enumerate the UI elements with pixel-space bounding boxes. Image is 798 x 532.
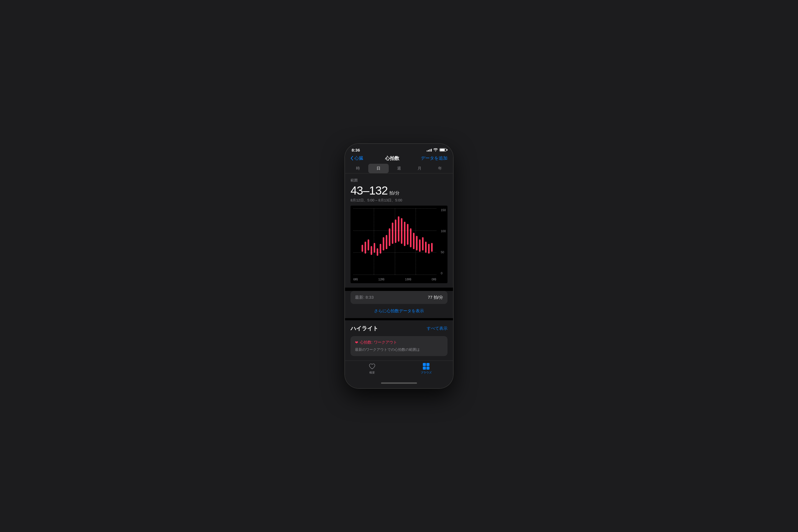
chart-y-labels: 150 100 50 0: [441, 208, 446, 275]
highlights-section: ハイライト すべて表示 ❤ 心拍数: ワークアウト 最新のワークアウトでの心拍数…: [345, 320, 453, 360]
heart-rate-chart: 150 100 50 0 6時 12時 18時 0時: [350, 206, 448, 283]
period-tab-bar: 時 日 週 月 年: [345, 164, 453, 173]
highlight-card-desc: 最新のワークアウトでの心拍数の範囲は: [355, 347, 443, 352]
x-label-6: 6時: [353, 277, 358, 282]
svg-rect-11: [392, 223, 394, 244]
section-divider: [345, 318, 453, 320]
tab-month[interactable]: 月: [409, 164, 430, 173]
range-label: 範囲: [350, 178, 448, 183]
svg-rect-20: [419, 240, 421, 252]
back-button[interactable]: 心臓: [350, 155, 363, 161]
heart-outline-icon: [369, 363, 376, 369]
nav-bar: 心臓 心拍数 データを追加: [345, 152, 453, 164]
content-area: 範囲 43–132 拍/分 8月12日、5:00 – 8月13日、5:00: [345, 173, 453, 288]
svg-rect-9: [386, 235, 387, 249]
date-range: 8月12日、5:00 – 8月13日、5:00: [350, 198, 448, 203]
latest-label: 最新: 8:33: [355, 295, 374, 300]
x-label-0: 0時: [432, 277, 436, 282]
svg-rect-13: [398, 216, 400, 242]
svg-rect-14: [401, 218, 403, 244]
summary-tab-label: 概要: [369, 371, 375, 375]
x-label-18: 18時: [405, 277, 412, 282]
status-bar: 8:36: [345, 144, 453, 152]
tab-hour[interactable]: 時: [348, 164, 368, 173]
svg-rect-18: [413, 233, 415, 249]
x-label-12: 12時: [378, 277, 385, 282]
svg-rect-23: [428, 244, 430, 253]
bottom-tab-browse[interactable]: ブラウズ: [399, 363, 453, 380]
highlights-title: ハイライト: [350, 325, 378, 332]
chart-svg: [353, 208, 436, 275]
svg-rect-12: [395, 220, 397, 243]
y-label-100: 100: [441, 229, 446, 233]
page-title: 心拍数: [385, 155, 399, 162]
phone-frame: 8:36 心臓: [345, 144, 453, 388]
signal-bars-icon: [427, 148, 432, 152]
svg-rect-22: [425, 242, 427, 253]
svg-rect-8: [383, 237, 384, 250]
chart-x-labels: 6時 12時 18時 0時: [353, 277, 436, 282]
tab-day[interactable]: 日: [368, 164, 389, 173]
status-time: 8:36: [352, 148, 360, 152]
svg-rect-6: [377, 248, 378, 256]
see-all-button[interactable]: すべて表示: [427, 326, 448, 331]
heart-rate-value: 43–132 拍/分: [350, 184, 448, 197]
y-label-0: 0: [441, 271, 446, 275]
svg-point-0: [435, 151, 436, 152]
show-more-button[interactable]: さらに心拍数データを表示: [345, 304, 453, 318]
tab-week[interactable]: 週: [389, 164, 409, 173]
latest-reading-card: 最新: 8:33 77 拍/分: [350, 291, 448, 304]
y-label-50: 50: [441, 250, 446, 254]
svg-rect-1: [362, 245, 363, 252]
svg-rect-16: [407, 224, 409, 245]
svg-rect-5: [374, 243, 376, 253]
svg-rect-10: [389, 228, 391, 246]
heart-icon: ❤: [355, 340, 358, 345]
grid-browse-icon: [423, 363, 430, 369]
hr-unit: 拍/分: [389, 190, 399, 196]
tab-year[interactable]: 年: [430, 164, 450, 173]
add-data-button[interactable]: データを追加: [421, 155, 448, 161]
home-indicator: [345, 380, 453, 388]
svg-rect-17: [410, 228, 412, 247]
wifi-icon: [433, 148, 438, 152]
svg-rect-21: [422, 237, 424, 250]
battery-icon: [439, 148, 446, 152]
browse-tab-label: ブラウズ: [421, 371, 432, 375]
status-icons: [427, 148, 446, 152]
show-more-label: さらに心拍数データを表示: [374, 308, 424, 313]
highlights-header: ハイライト すべて表示: [350, 325, 448, 332]
home-bar: [381, 382, 417, 384]
bottom-tab-summary[interactable]: 概要: [345, 363, 399, 380]
latest-value: 77 拍/分: [428, 295, 443, 300]
highlight-card: ❤ 心拍数: ワークアウト 最新のワークアウトでの心拍数の範囲は: [350, 336, 448, 356]
y-label-150: 150: [441, 208, 446, 212]
svg-rect-19: [416, 236, 418, 250]
svg-rect-2: [365, 242, 366, 253]
highlight-card-title: ❤ 心拍数: ワークアウト: [355, 340, 443, 345]
svg-rect-15: [404, 222, 406, 246]
svg-rect-4: [371, 246, 373, 255]
svg-rect-7: [380, 244, 381, 253]
hr-number: 43–132: [350, 184, 388, 197]
bottom-tab-bar: 概要 ブラウズ: [345, 360, 453, 380]
back-label: 心臓: [355, 155, 363, 161]
svg-rect-24: [431, 243, 433, 252]
svg-rect-3: [368, 240, 369, 250]
